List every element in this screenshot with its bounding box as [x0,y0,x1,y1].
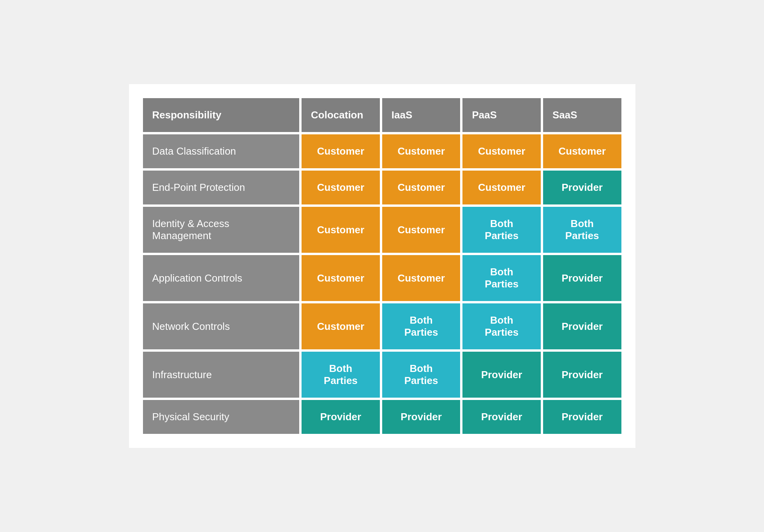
cell-row-application-controls-col-1: Customer [382,255,461,301]
cell-row-endpoint-protection-col-2: Customer [462,171,541,204]
cell-row-identity-access-col-1: Customer [382,207,461,253]
header-responsibility: Responsibility [143,98,300,132]
cell-row-physical-security-col-1: Provider [382,400,461,434]
table-row: Identity & Access ManagementCustomerCust… [143,207,621,253]
cell-row-application-controls-col-3: Provider [543,255,621,301]
row-header-row-infrastructure: Infrastructure [143,352,300,398]
table-row: InfrastructureBoth PartiesBoth PartiesPr… [143,352,621,398]
cell-row-endpoint-protection-col-0: Customer [302,171,380,204]
cell-row-identity-access-col-0: Customer [302,207,380,253]
cell-row-endpoint-protection-col-1: Customer [382,171,461,204]
cell-row-application-controls-col-0: Customer [302,255,380,301]
cell-row-physical-security-col-3: Provider [543,400,621,434]
row-header-row-physical-security: Physical Security [143,400,300,434]
cell-row-identity-access-col-2: Both Parties [462,207,541,253]
cell-row-infrastructure-col-1: Both Parties [382,352,461,398]
cell-row-data-classification-col-1: Customer [382,134,461,168]
row-header-row-application-controls: Application Controls [143,255,300,301]
header-iaas: IaaS [382,98,461,132]
cell-row-endpoint-protection-col-3: Provider [543,171,621,204]
cell-row-infrastructure-col-0: Both Parties [302,352,380,398]
cell-row-infrastructure-col-2: Provider [462,352,541,398]
cell-row-network-controls-col-1: Both Parties [382,303,461,349]
cell-row-physical-security-col-2: Provider [462,400,541,434]
header-paas: PaaS [462,98,541,132]
row-header-row-data-classification: Data Classification [143,134,300,168]
table-row: Network ControlsCustomerBoth PartiesBoth… [143,303,621,349]
table-row: Data ClassificationCustomerCustomerCusto… [143,134,621,168]
cell-row-infrastructure-col-3: Provider [543,352,621,398]
cell-row-physical-security-col-0: Provider [302,400,380,434]
table-row: Physical SecurityProviderProviderProvide… [143,400,621,434]
table-row: Application ControlsCustomerCustomerBoth… [143,255,621,301]
cell-row-network-controls-col-3: Provider [543,303,621,349]
row-header-row-endpoint-protection: End-Point Protection [143,171,300,204]
row-header-row-identity-access: Identity & Access Management [143,207,300,253]
cell-row-network-controls-col-2: Both Parties [462,303,541,349]
header-row: Responsibility Colocation IaaS PaaS SaaS [143,98,621,132]
table-row: End-Point ProtectionCustomerCustomerCust… [143,171,621,204]
row-header-row-network-controls: Network Controls [143,303,300,349]
cell-row-identity-access-col-3: Both Parties [543,207,621,253]
header-saas: SaaS [543,98,621,132]
cell-row-data-classification-col-2: Customer [462,134,541,168]
cell-row-data-classification-col-3: Customer [543,134,621,168]
responsibility-table: Responsibility Colocation IaaS PaaS SaaS… [141,96,624,436]
header-colocation: Colocation [302,98,380,132]
cell-row-network-controls-col-0: Customer [302,303,380,349]
cell-row-application-controls-col-2: Both Parties [462,255,541,301]
cell-row-data-classification-col-0: Customer [302,134,380,168]
table-wrapper: Responsibility Colocation IaaS PaaS SaaS… [129,84,635,448]
